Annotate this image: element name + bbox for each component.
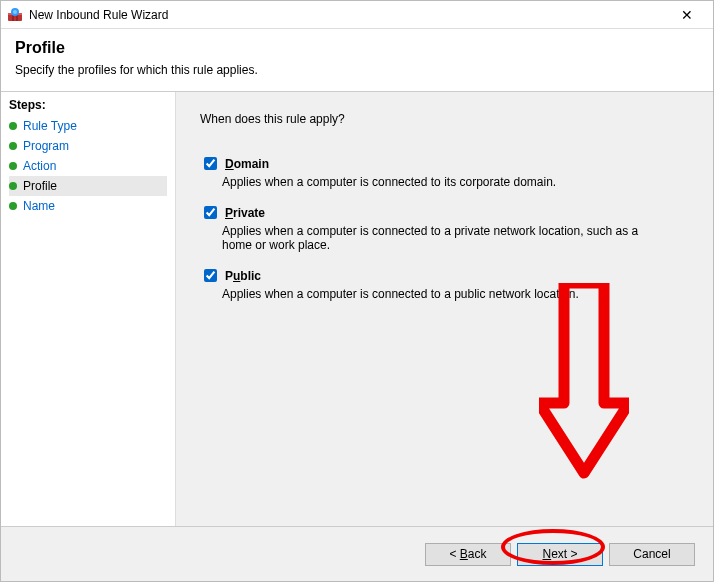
window-title: New Inbound Rule Wizard xyxy=(29,8,667,22)
bullet-icon xyxy=(9,182,17,190)
step-label: Rule Type xyxy=(23,119,77,133)
step-profile[interactable]: Profile xyxy=(9,176,167,196)
firewall-icon xyxy=(7,7,23,23)
wizard-footer: < Back Next > Cancel xyxy=(1,527,713,581)
steps-sidebar: Steps: Rule Type Program Action Profile … xyxy=(1,92,176,526)
step-program[interactable]: Program xyxy=(9,136,167,156)
option-domain: Domain Applies when a computer is connec… xyxy=(200,154,689,189)
step-label: Program xyxy=(23,139,69,153)
step-label: Action xyxy=(23,159,56,173)
titlebar: New Inbound Rule Wizard ✕ xyxy=(1,1,713,29)
private-checkbox[interactable] xyxy=(204,206,217,219)
step-name[interactable]: Name xyxy=(9,196,167,216)
back-button[interactable]: < Back xyxy=(425,543,511,566)
option-private: Private Applies when a computer is conne… xyxy=(200,203,689,252)
next-button[interactable]: Next > xyxy=(517,543,603,566)
question-label: When does this rule apply? xyxy=(200,112,689,126)
svg-rect-2 xyxy=(12,15,14,21)
bullet-icon xyxy=(9,122,17,130)
public-desc: Applies when a computer is connected to … xyxy=(222,287,652,301)
step-label: Name xyxy=(23,199,55,213)
main-panel: When does this rule apply? Domain Applie… xyxy=(176,92,713,526)
domain-desc: Applies when a computer is connected to … xyxy=(222,175,652,189)
private-checkbox-row[interactable]: Private xyxy=(200,203,689,222)
public-checkbox-row[interactable]: Public xyxy=(200,266,689,285)
svg-point-5 xyxy=(13,10,17,14)
public-name: Public xyxy=(225,269,261,283)
bullet-icon xyxy=(9,142,17,150)
option-public: Public Applies when a computer is connec… xyxy=(200,266,689,301)
wizard-header: Profile Specify the profiles for which t… xyxy=(1,29,713,85)
cancel-button[interactable]: Cancel xyxy=(609,543,695,566)
step-label: Profile xyxy=(23,179,57,193)
page-title: Profile xyxy=(15,39,699,57)
bullet-icon xyxy=(9,162,17,170)
domain-checkbox[interactable] xyxy=(204,157,217,170)
close-button[interactable]: ✕ xyxy=(667,7,707,23)
bullet-icon xyxy=(9,202,17,210)
private-desc: Applies when a computer is connected to … xyxy=(222,224,652,252)
domain-checkbox-row[interactable]: Domain xyxy=(200,154,689,173)
public-checkbox[interactable] xyxy=(204,269,217,282)
svg-rect-3 xyxy=(16,15,18,21)
step-action[interactable]: Action xyxy=(9,156,167,176)
page-subtitle: Specify the profiles for which this rule… xyxy=(15,63,699,77)
step-rule-type[interactable]: Rule Type xyxy=(9,116,167,136)
steps-label: Steps: xyxy=(9,98,167,112)
domain-name: Domain xyxy=(225,157,269,171)
private-name: Private xyxy=(225,206,265,220)
